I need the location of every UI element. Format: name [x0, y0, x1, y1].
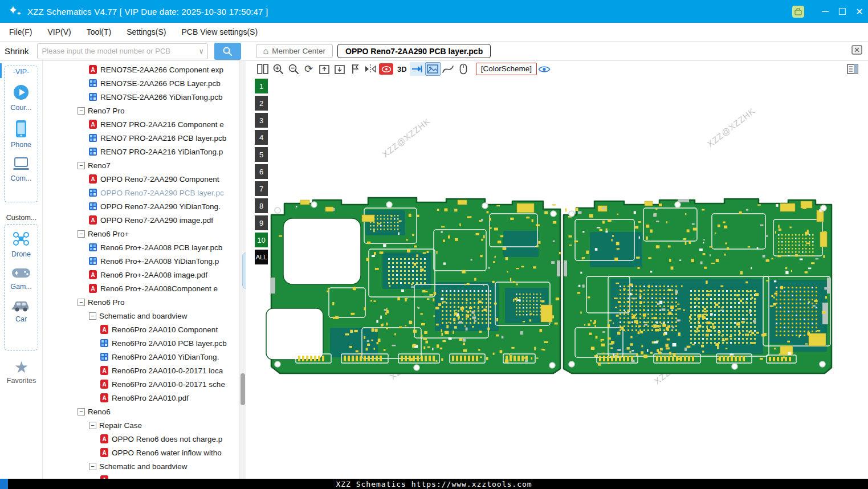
menu-item-0[interactable]: File(F) [9, 27, 32, 36]
collapse-toggle-icon[interactable]: − [89, 422, 96, 429]
layer-button-3[interactable]: 3 [255, 113, 268, 128]
dropdown-caret-icon[interactable]: ∨ [199, 47, 204, 55]
tree-file-row[interactable]: AOPPO Reno6 does not charge.p [43, 432, 239, 446]
sidebar-item-game[interactable]: Gam... [5, 266, 38, 291]
sidebar-scroll-indicator[interactable] [0, 63, 2, 78]
tree-file-row[interactable]: AOPPO Reno7-2AA290 Component [43, 172, 239, 186]
tree-file-row[interactable]: AOPPO Reno6 water inflow witho [43, 446, 239, 459]
tree-node-row[interactable]: −Reno6 Pro+ [43, 227, 239, 241]
tree-file-row[interactable]: OPPO Reno7-2AA290 YiDianTong. [43, 199, 239, 213]
tree-node-row[interactable]: −Reno6 Pro [43, 295, 239, 309]
active-document-tab[interactable]: OPPO Reno7-2AA290 PCB layer.pcb [337, 44, 491, 58]
layer-button-2[interactable]: 2 [255, 96, 268, 111]
tree-file-row[interactable]: RENO7SE-2AA266 PCB Layer.pcb [43, 76, 239, 90]
menu-item-4[interactable]: PCB View settings(S) [181, 27, 258, 36]
tree-node-row[interactable]: −Reno7 Pro [43, 104, 239, 117]
tree-file-row[interactable]: Reno6Pro 2AA010 PCB layer.pcb [43, 336, 239, 350]
sidebar-item-drone[interactable]: Drone [5, 230, 38, 258]
close-button[interactable]: ✕ [851, 0, 868, 23]
collapse-toggle-icon[interactable]: − [78, 107, 85, 115]
close-document-icon[interactable] [851, 45, 862, 57]
layer-button-9[interactable]: 9 [255, 215, 268, 230]
tree-file-row[interactable]: AOPPO Reno7-2AA290 image.pdf [43, 213, 239, 227]
sidebar-item-car[interactable]: Car [5, 299, 38, 323]
collapse-toggle-icon[interactable]: − [78, 299, 85, 306]
visibility-eye-icon[interactable] [537, 62, 552, 76]
member-center-button[interactable]: ⌂ Member Center [256, 44, 333, 58]
bottom-layer-icon[interactable] [332, 62, 347, 76]
collapse-toggle-icon[interactable]: − [78, 162, 85, 169]
zoom-in-icon[interactable] [270, 62, 286, 76]
tree-file-row[interactable]: AReno6Pro 2AA010 Component [43, 323, 239, 336]
tree-file-row[interactable]: RENO7 PRO-2AA216 PCB layer.pcb [43, 131, 239, 145]
menu-item-3[interactable]: Settings(S) [127, 27, 166, 36]
diode-mode-icon[interactable] [379, 63, 393, 75]
tree-file-row[interactable]: RENO7SE-2AA266 YiDianTong.pcb [43, 90, 239, 104]
home-icon: ⌂ [263, 46, 269, 56]
layer-button-8[interactable]: 8 [255, 198, 268, 213]
layer-button-all[interactable]: ALL [255, 250, 268, 264]
panel-layout-icon[interactable] [845, 62, 860, 76]
top-layer-icon[interactable] [316, 62, 332, 76]
search-combobox[interactable]: ∨ [37, 43, 208, 59]
zoom-out-icon[interactable] [286, 62, 301, 76]
tree-node-row[interactable]: −Reno7 [43, 158, 239, 172]
curve-tool-icon[interactable] [441, 62, 456, 76]
tree-node-row[interactable]: −Repair Case [43, 418, 239, 432]
image-view-icon[interactable] [425, 62, 441, 76]
tree-file-row[interactable]: OPPO Reno7-2AA290 PCB layer.pc [43, 186, 239, 199]
layer-button-7[interactable]: 7 [255, 181, 268, 196]
probe-flag-icon[interactable] [347, 62, 362, 76]
tree-file-row[interactable]: Reno6 Pro+-2AA008 PCB layer.pcb [43, 241, 239, 254]
pcb-board-image[interactable]: XZZ@XZZHKXZZ@XZZHKXZZ@XZZHKXZZ@XZZHK [246, 61, 868, 479]
sidebar-item-phone[interactable]: Phone [5, 120, 38, 149]
tree-file-row[interactable]: RENO7 PRO-2AA216 YiDianTong.p [43, 145, 239, 158]
tree-file-row[interactable]: A [43, 473, 239, 479]
pdf-file-icon: A [89, 215, 97, 225]
collapse-toggle-icon[interactable]: − [78, 408, 85, 415]
search-button[interactable] [214, 43, 241, 60]
tree-node-row[interactable]: −Schematic and boardview [43, 459, 239, 473]
pcb-file-icon [89, 189, 97, 197]
tree-file-row[interactable]: Reno6 Pro+-2AA008 YiDianTong.p [43, 254, 239, 268]
layer-button-6[interactable]: 6 [255, 164, 268, 179]
pdf-file-icon: A [100, 380, 108, 389]
layer-button-10[interactable]: 10 [255, 233, 268, 247]
layer-button-1[interactable]: 1 [255, 79, 268, 93]
tree-file-row[interactable]: AReno6 Pro+-2AA008 image.pdf [43, 268, 239, 282]
cursor-mode-icon[interactable] [456, 62, 471, 76]
colorscheme-button[interactable]: [ColorScheme] [476, 63, 537, 75]
tree-node-row[interactable]: −Reno6 [43, 405, 239, 418]
3d-view-button[interactable]: 3D [394, 65, 410, 74]
collapse-toggle-icon[interactable]: − [89, 463, 96, 470]
tree-file-row[interactable]: Reno6Pro 2AA010 YiDianTong. [43, 350, 239, 364]
sidebar-item-favorites[interactable]: ★ Favorites [0, 360, 43, 385]
refresh-icon[interactable]: ⟳ [301, 62, 316, 76]
minimize-button[interactable]: ─ [817, 0, 834, 23]
menu-item-2[interactable]: Tool(T) [87, 27, 112, 36]
layer-button-4[interactable]: 4 [255, 130, 268, 145]
menu-item-1[interactable]: VIP(V) [47, 27, 71, 36]
sidebar-item-course[interactable]: Cour... [5, 84, 38, 112]
collapse-toggle-icon[interactable]: − [89, 312, 96, 320]
tree-scrollbar-thumb[interactable] [241, 373, 245, 405]
tree-file-row[interactable]: AReno6Pro 2AA010.pdf [43, 391, 239, 405]
tree-item-label: OPPO Reno6 water inflow witho [112, 449, 222, 457]
tree-file-row[interactable]: ARENO7 PRO-2AA216 Component e [43, 117, 239, 131]
tree-node-row[interactable]: −Schematic and boardview [43, 309, 239, 323]
tree-file-row[interactable]: AReno6Pro 2AA010-0-20171 sche [43, 377, 239, 391]
tree-file-row[interactable]: ARENO7SE-2AA266 Component exp [43, 63, 239, 76]
jump-arrow-icon[interactable] [410, 62, 425, 76]
sidebar-item-computer[interactable]: Com... [5, 157, 38, 182]
app-logo-icon: ✦ ✦ [6, 3, 25, 20]
tree-file-row[interactable]: AReno6Pro 2AA010-0-20171 loca [43, 364, 239, 377]
dual-view-icon[interactable] [255, 62, 270, 76]
layer-button-5[interactable]: 5 [255, 147, 268, 162]
maximize-button[interactable]: ☐ [834, 0, 851, 23]
shrink-button[interactable]: Shrink [5, 46, 29, 56]
collapse-toggle-icon[interactable]: − [78, 230, 85, 238]
vip-badge-icon[interactable] [792, 6, 804, 18]
search-input[interactable] [42, 44, 197, 58]
tree-file-row[interactable]: AReno6 Pro+-2AA008Component e [43, 282, 239, 295]
mirror-flip-icon[interactable] [362, 62, 378, 76]
